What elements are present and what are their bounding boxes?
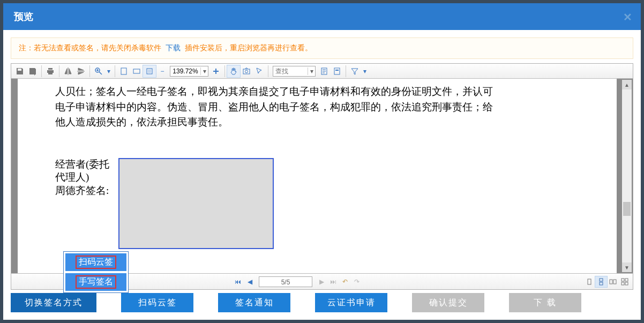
fit-page-icon[interactable] xyxy=(117,65,130,77)
actual-size-icon[interactable] xyxy=(143,65,156,77)
filter-dropdown-icon[interactable]: ▾ xyxy=(361,65,369,77)
svg-rect-2 xyxy=(133,69,140,73)
svg-rect-12 xyxy=(600,282,603,285)
scroll-down-icon[interactable]: ▼ xyxy=(622,262,632,272)
scroll-thumb[interactable] xyxy=(623,202,631,216)
scroll-track[interactable] xyxy=(622,89,632,262)
svg-rect-14 xyxy=(613,280,616,284)
svg-rect-5 xyxy=(243,69,250,74)
zoom-in-icon[interactable] xyxy=(92,65,105,77)
prev-page-icon[interactable]: ◀ xyxy=(244,278,256,286)
first-page-icon[interactable]: ⏮ xyxy=(232,278,244,286)
zoom-value-dropdown[interactable]: ▾ xyxy=(200,67,208,75)
sign-method-dropdown: 扫码云签 手写签名 xyxy=(63,251,129,293)
select-tool-icon[interactable] xyxy=(253,65,266,77)
confirm-submit-button: 确认提交 xyxy=(412,293,484,312)
fwd-view-icon: ↷ xyxy=(351,278,363,286)
next-page-icon: ▶ xyxy=(316,278,327,286)
svg-rect-16 xyxy=(625,279,628,281)
search-dropdown[interactable]: ▾ xyxy=(308,67,315,75)
layout-facing-cont-icon[interactable] xyxy=(619,276,631,287)
svg-rect-11 xyxy=(600,279,603,281)
search-box[interactable]: ▾ xyxy=(273,66,316,77)
zoom-dropdown-icon[interactable]: ▾ xyxy=(105,65,113,77)
snapshot-icon[interactable] xyxy=(240,65,253,77)
close-icon[interactable]: ✕ xyxy=(623,11,632,24)
page-content: 人贝仕；签名人一经电子签名，即视为其亲自提交了电子申请材料和有效的身份证明文件，… xyxy=(18,79,617,273)
vertical-scrollbar[interactable]: ▲ ▼ xyxy=(622,80,632,272)
svg-rect-10 xyxy=(588,279,591,284)
zoom-minus-icon[interactable]: − xyxy=(156,65,169,77)
flip-v-icon[interactable] xyxy=(74,65,87,77)
svg-rect-18 xyxy=(625,282,628,285)
last-page-icon: ⏭ xyxy=(327,278,339,286)
back-view-icon[interactable]: ↶ xyxy=(339,278,351,286)
signature-box[interactable] xyxy=(118,158,274,249)
signature-label: 经营者(委托 代理人) 周德齐签名: xyxy=(55,158,118,249)
svg-rect-13 xyxy=(610,280,612,284)
download-button: 下 载 xyxy=(509,293,581,312)
titlebar: 预览 ✕ xyxy=(3,3,641,30)
layout-facing-icon[interactable] xyxy=(607,276,619,287)
save-icon[interactable] xyxy=(13,65,26,77)
svg-rect-8 xyxy=(334,68,340,74)
svg-rect-9 xyxy=(335,70,339,71)
flip-h-icon[interactable] xyxy=(62,65,74,77)
download-plugin-link[interactable]: 下载 xyxy=(166,43,181,52)
filter-icon[interactable] xyxy=(348,65,361,77)
page-number-box[interactable]: 5/5 xyxy=(259,276,312,287)
print-icon[interactable] xyxy=(44,65,57,77)
svg-rect-15 xyxy=(621,279,624,281)
popup-scan-sign[interactable]: 扫码云签 xyxy=(65,253,127,272)
layout-continuous-icon[interactable] xyxy=(595,276,607,287)
notice-text-2: 插件安装后，重启浏览器再进行查看。 xyxy=(185,43,312,52)
window-title: 预览 xyxy=(14,10,33,23)
svg-rect-1 xyxy=(121,68,126,74)
svg-rect-17 xyxy=(621,282,624,285)
popup-handwrite-sign[interactable]: 手写签名 xyxy=(65,273,127,291)
zoom-value-field[interactable] xyxy=(170,67,200,76)
switch-sign-method-button[interactable]: 切换签名方式 xyxy=(11,293,96,312)
scroll-up-icon[interactable]: ▲ xyxy=(622,80,632,89)
viewer-toolbar: ▾ − ▾ ▾ ▾ xyxy=(11,64,633,79)
doc-line-2: 电子申请材料中的内容。伪造、冒用、盗用他人的电子签名，构成犯罪的，依法追究刑事责… xyxy=(55,100,579,115)
scan-sign-button[interactable]: 扫码云签 xyxy=(121,293,193,312)
doc-icon[interactable] xyxy=(318,65,331,77)
svg-rect-4 xyxy=(148,70,151,73)
notice-text-1: 注：若无法查看或签名，请先关闭杀毒软件 xyxy=(19,43,161,52)
search-input[interactable] xyxy=(273,67,308,75)
cloud-cert-button[interactable]: 云证书申请 xyxy=(315,293,387,312)
footer-buttons: 切换签名方式 扫码云签 签名通知 云证书申请 确认提交 下 载 xyxy=(3,290,641,320)
signature-row: 经营者(委托 代理人) 周德齐签名: xyxy=(55,158,579,249)
hand-tool-icon[interactable] xyxy=(227,65,240,77)
saveas-icon[interactable] xyxy=(26,65,39,77)
layout-single-icon[interactable] xyxy=(583,276,595,287)
zoom-plus-icon[interactable] xyxy=(209,65,222,77)
notice-bar: 注：若无法查看或签名，请先关闭杀毒软件 下载 插件安装后，重启浏览器再进行查看。 xyxy=(11,37,633,59)
fit-width-icon[interactable] xyxy=(130,65,143,77)
preview-window: 预览 ✕ 注：若无法查看或签名，请先关闭杀毒软件 下载 插件安装后，重启浏览器再… xyxy=(3,3,641,320)
doc-line-partial: 人贝仕；签名人一经电子签名，即视为其亲自提交了电子申请材料和有效的身份证明文件，… xyxy=(55,84,579,100)
svg-point-6 xyxy=(245,70,248,73)
doc-line-3: 他人造成损失的，依法承担民事责任。 xyxy=(55,115,579,130)
doc-highlight-icon[interactable] xyxy=(331,65,343,77)
zoom-input[interactable]: ▾ xyxy=(170,66,208,77)
document-area: 人贝仕；签名人一经电子签名，即视为其亲自提交了电子申请材料和有效的身份证明文件，… xyxy=(11,79,633,273)
sign-notify-button[interactable]: 签名通知 xyxy=(218,293,290,312)
